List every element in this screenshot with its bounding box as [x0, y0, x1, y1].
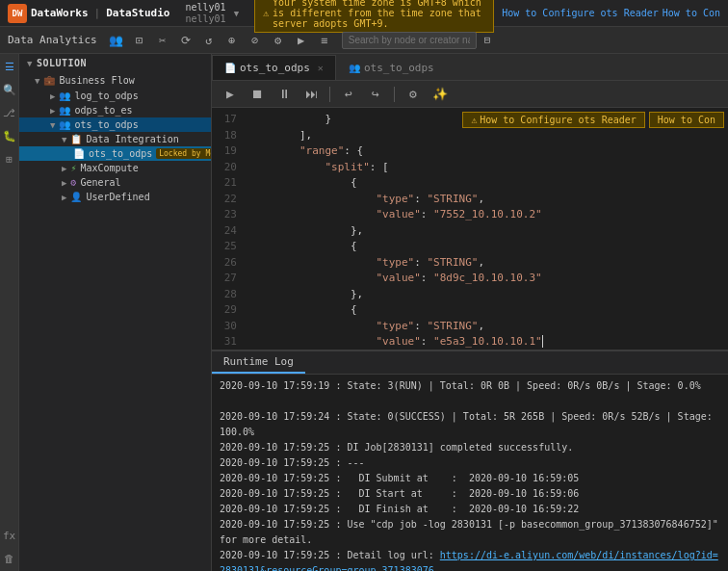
ote-label: odps_to_es [74, 105, 132, 116]
tab-ots-to-odps-2[interactable]: 👥 ots_to_odps [336, 55, 447, 80]
oto-icon: 👥 [59, 119, 70, 130]
debug-icon[interactable]: 🐛 [1, 127, 18, 144]
toolbar-separator-2 [394, 87, 395, 102]
ote-chevron: ▶ [50, 106, 55, 116]
format-button[interactable]: ✨ [429, 85, 451, 104]
editor-pane: ⚠ How to Configure ots Reader How to Con… [212, 108, 728, 350]
userrole: nelly01 [185, 13, 225, 25]
log-chevron: ▶ [50, 91, 55, 101]
sidebar-item-maxcompute[interactable]: ▶ ⚡ MaxCompute [19, 161, 211, 175]
toolbar-title: Data Analytics [8, 34, 97, 46]
function-icon[interactable]: fx [1, 527, 18, 544]
toolbar-icon-refresh[interactable]: ⟳ [176, 31, 195, 50]
toolbar-separator [329, 87, 330, 102]
run-button[interactable]: ▶ [220, 85, 241, 104]
search-input[interactable] [342, 32, 477, 49]
gen-icon: ⚙ [70, 177, 76, 188]
code-line-22: "type": "STRING", [248, 192, 720, 208]
log-entry-8: 2020-09-10 17:59:25 : Use "cdp job -log … [220, 517, 720, 548]
howto-reader-btn[interactable]: ⚠ How to Configure ots Reader [462, 112, 645, 128]
sidebar-item-odps-to-es[interactable]: ▶ 👥 odps_to_es [19, 103, 211, 117]
user-dropdown-icon[interactable]: ▼ [234, 9, 239, 18]
sidebar-item-ots-node[interactable]: 📄 ots_to_odps Locked by Me [19, 146, 211, 161]
code-line-25: { [248, 239, 720, 255]
editor-toolbar: ▶ ⏹ ⏸ ⏭ ↩ ↪ ⚙ ✨ [212, 81, 728, 108]
oto-chevron: ▼ [50, 120, 55, 130]
extensions-icon[interactable]: ⊞ [1, 150, 18, 168]
solution-label: Solution [37, 58, 87, 68]
sidebar-item-userdefined[interactable]: ▶ 👤 UserDefined [19, 190, 211, 204]
howto-con-label: How to Con [658, 115, 715, 125]
ud-icon: 👤 [70, 192, 82, 202]
alert-text: Your system time zone is GMT+8 which is … [273, 0, 485, 29]
user-info: nelly01 nelly01 [185, 2, 225, 25]
code-line-26: "type": "STRING", [248, 255, 720, 272]
sidebar-item-general[interactable]: ▶ ⚙ General [19, 175, 211, 190]
code-line-23: "value": "7552_10.10.10.2" [248, 207, 720, 223]
toolbar-icon-delete[interactable]: ⊘ [246, 31, 265, 50]
trash-icon[interactable]: 🗑 [1, 550, 18, 567]
code-line-19: "range": { [248, 143, 720, 160]
code-content[interactable]: } ], "range": { "split": [ { "type": "ST… [241, 108, 728, 350]
logo-area: DW DataWorks | DataStudio [8, 4, 169, 23]
pause-button[interactable]: ⏸ [273, 85, 295, 104]
redo-button[interactable]: ↪ [365, 85, 386, 104]
node-label: ots_to_odps [89, 148, 152, 159]
log-entry-0: 2020-09-10 17:59:19 : State: 3(RUN) | To… [220, 378, 720, 394]
log-tabs: Runtime Log [212, 351, 728, 375]
log-entry-3: 2020-09-10 17:59:25 : DI Job[2830131] co… [220, 440, 720, 455]
sub-brand: DataStudio [106, 7, 169, 19]
code-line-29: { [248, 302, 720, 319]
source-control-icon[interactable]: ⎇ [1, 104, 18, 121]
toolbar-icon-add[interactable]: ⊕ [222, 31, 242, 50]
log-entry-2: 2020-09-10 17:59:24 : State: 0(SUCCESS) … [220, 409, 720, 440]
undo-button[interactable]: ↩ [338, 85, 359, 104]
content-area: 📄 ots_to_odps ✕ 👥 ots_to_odps ▶ ⏹ ⏸ ⏭ ↩ … [212, 54, 728, 571]
sidebar-item-ots-to-odps[interactable]: ▼ 👥 ots_to_odps [19, 117, 211, 132]
howto-reader-link[interactable]: How to Configure ots Reader [502, 8, 659, 18]
toolbar-icon-run[interactable]: ▶ [292, 31, 311, 50]
sidebar-item-data-integration[interactable]: ▼ 📋 Data Integration [19, 132, 211, 146]
filter-icon[interactable]: ⊟ [484, 34, 491, 46]
howto-con-link[interactable]: How to Con [663, 8, 720, 18]
tab1-close-icon[interactable]: ✕ [318, 63, 324, 73]
sidebar: ▼ Solution ▼ 💼 Business Flow ▶ 👥 log_to_… [19, 54, 212, 571]
tab1-icon: 📄 [224, 63, 236, 73]
mc-chevron: ▶ [62, 164, 66, 173]
toolbar-icon-menu[interactable]: ≡ [315, 31, 334, 50]
tab-ots-to-odps-1[interactable]: 📄 ots_to_odps ✕ [212, 55, 336, 80]
explorer-icon[interactable]: ☰ [1, 58, 18, 75]
sidebar-item-log-to-odps[interactable]: ▶ 👥 log_to_odps [19, 89, 211, 103]
toolbar-icon-undo[interactable]: ↺ [199, 31, 219, 50]
howto-reader-label: How to Configure ots Reader [480, 115, 637, 125]
toolbar-icon-copy[interactable]: ⊡ [130, 31, 149, 50]
log-entry-7: 2020-09-10 17:59:25 : DI Finish at : 202… [220, 502, 720, 517]
business-flow-header[interactable]: ▼ 💼 Business Flow [19, 72, 211, 89]
toolbar-icon-cut[interactable]: ✂ [153, 31, 172, 50]
stop-button[interactable]: ⏹ [247, 85, 268, 104]
code-line-21: { [248, 175, 720, 192]
left-icon-bar: ☰ 🔍 ⎇ 🐛 ⊞ fx 🗑 [0, 54, 19, 571]
gen-chevron: ▶ [62, 178, 66, 188]
log-entry-5: 2020-09-10 17:59:25 : DI Submit at : 202… [220, 471, 720, 486]
log-content[interactable]: 2020-09-10 17:59:19 : State: 3(RUN) | To… [212, 375, 728, 571]
search-icon[interactable]: 🔍 [1, 81, 18, 98]
di-label: Data Integration [86, 134, 178, 144]
settings-button[interactable]: ⚙ [403, 85, 424, 104]
log-link[interactable]: https://di-e.aliyun.com/web/di/instances… [220, 550, 718, 571]
tab2-label: ots_to_odps [364, 62, 434, 74]
log-label: log_to_odps [74, 91, 138, 101]
howto-con-btn[interactable]: How to Con [649, 112, 724, 128]
sidebar-tree: ▼ Solution ▼ 💼 Business Flow ▶ 👥 log_to_… [19, 54, 211, 571]
step-button[interactable]: ⏭ [300, 85, 322, 104]
locked-badge: Locked by Me [156, 148, 211, 159]
solution-header[interactable]: ▼ Solution [19, 54, 211, 72]
toolbar-icon-settings[interactable]: ⚙ [269, 31, 288, 50]
log-tab-runtime[interactable]: Runtime Log [212, 351, 305, 374]
code-line-31: "value": "e5a3_10.10.10.1" [248, 334, 720, 350]
solution-chevron: ▼ [27, 59, 33, 68]
howto-links: How to Configure ots Reader How to Con [502, 8, 720, 18]
alert-warning-icon: ⚠ [263, 8, 269, 18]
line-numbers: 17 18 19 20 21 22 23 24 25 26 27 28 29 3… [212, 108, 241, 350]
toolbar-icon-people[interactable]: 👥 [107, 31, 126, 50]
